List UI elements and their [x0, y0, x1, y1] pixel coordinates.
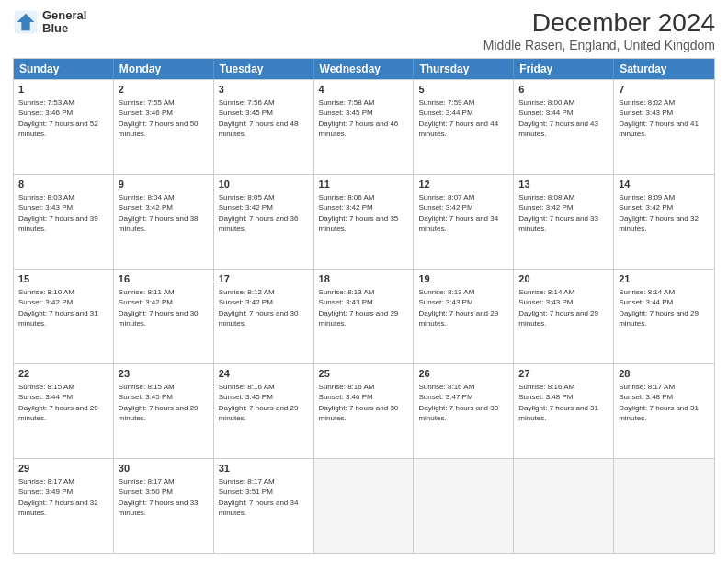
- calendar-header-cell: Tuesday: [214, 59, 314, 79]
- calendar-cell: 11Sunrise: 8:06 AM Sunset: 3:42 PM Dayli…: [314, 175, 415, 269]
- cell-info: Sunrise: 8:16 AM Sunset: 3:46 PM Dayligh…: [319, 383, 399, 422]
- calendar-header-cell: Thursday: [414, 59, 514, 79]
- calendar-cell: 23Sunrise: 8:15 AM Sunset: 3:45 PM Dayli…: [114, 364, 214, 458]
- calendar-cell: 1Sunrise: 7:53 AM Sunset: 3:46 PM Daylig…: [14, 80, 114, 174]
- calendar-cell: 27Sunrise: 8:16 AM Sunset: 3:48 PM Dayli…: [514, 364, 614, 458]
- calendar-cell: 17Sunrise: 8:12 AM Sunset: 3:42 PM Dayli…: [214, 270, 314, 363]
- calendar: SundayMondayTuesdayWednesdayThursdayFrid…: [13, 58, 715, 554]
- cell-info: Sunrise: 8:12 AM Sunset: 3:42 PM Dayligh…: [219, 288, 299, 327]
- calendar-row: 1Sunrise: 7:53 AM Sunset: 3:46 PM Daylig…: [14, 79, 714, 174]
- day-number: 12: [418, 178, 508, 191]
- day-number: 31: [219, 462, 309, 476]
- calendar-header-cell: Saturday: [614, 59, 714, 79]
- calendar-cell: 4Sunrise: 7:58 AM Sunset: 3:45 PM Daylig…: [314, 80, 415, 174]
- calendar-cell: 14Sunrise: 8:09 AM Sunset: 3:42 PM Dayli…: [614, 175, 714, 269]
- day-number: 27: [518, 367, 609, 381]
- day-number: 15: [18, 272, 108, 286]
- day-number: 18: [319, 272, 409, 286]
- logo-icon: [13, 9, 39, 35]
- calendar-cell: 3Sunrise: 7:56 AM Sunset: 3:45 PM Daylig…: [214, 80, 314, 174]
- calendar-cell: 21Sunrise: 8:14 AM Sunset: 3:44 PM Dayli…: [614, 270, 714, 363]
- calendar-cell: [314, 459, 415, 553]
- cell-info: Sunrise: 8:08 AM Sunset: 3:42 PM Dayligh…: [518, 193, 598, 233]
- calendar-cell: 9Sunrise: 8:04 AM Sunset: 3:42 PM Daylig…: [114, 175, 214, 269]
- calendar-cell: [514, 459, 614, 553]
- day-number: 16: [119, 272, 209, 286]
- day-number: 9: [119, 178, 209, 191]
- logo: General Blue: [13, 9, 86, 36]
- header: General Blue December 2024 Middle Rasen,…: [13, 9, 715, 52]
- calendar-cell: 24Sunrise: 8:16 AM Sunset: 3:45 PM Dayli…: [214, 364, 314, 458]
- cell-info: Sunrise: 8:06 AM Sunset: 3:42 PM Dayligh…: [319, 193, 399, 233]
- day-number: 7: [619, 83, 710, 97]
- day-number: 10: [219, 178, 309, 191]
- cell-info: Sunrise: 8:13 AM Sunset: 3:43 PM Dayligh…: [418, 288, 498, 327]
- day-number: 20: [518, 272, 609, 286]
- calendar-cell: 30Sunrise: 8:17 AM Sunset: 3:50 PM Dayli…: [114, 459, 214, 553]
- calendar-body: 1Sunrise: 7:53 AM Sunset: 3:46 PM Daylig…: [14, 79, 714, 553]
- calendar-cell: 13Sunrise: 8:08 AM Sunset: 3:42 PM Dayli…: [514, 175, 614, 269]
- calendar-cell: 2Sunrise: 7:55 AM Sunset: 3:46 PM Daylig…: [114, 80, 214, 174]
- cell-info: Sunrise: 8:16 AM Sunset: 3:47 PM Dayligh…: [418, 383, 498, 422]
- cell-info: Sunrise: 8:13 AM Sunset: 3:43 PM Dayligh…: [319, 288, 399, 327]
- main-title: December 2024: [483, 9, 715, 38]
- cell-info: Sunrise: 7:59 AM Sunset: 3:44 PM Dayligh…: [418, 98, 498, 138]
- cell-info: Sunrise: 7:53 AM Sunset: 3:46 PM Dayligh…: [18, 98, 98, 138]
- day-number: 2: [119, 83, 209, 97]
- cell-info: Sunrise: 8:15 AM Sunset: 3:45 PM Dayligh…: [119, 383, 199, 422]
- calendar-cell: 20Sunrise: 8:14 AM Sunset: 3:43 PM Dayli…: [514, 270, 614, 363]
- calendar-row: 8Sunrise: 8:03 AM Sunset: 3:43 PM Daylig…: [14, 174, 714, 269]
- day-number: 4: [319, 83, 409, 97]
- calendar-cell: 26Sunrise: 8:16 AM Sunset: 3:47 PM Dayli…: [414, 364, 514, 458]
- title-block: December 2024 Middle Rasen, England, Uni…: [483, 9, 715, 52]
- cell-info: Sunrise: 8:17 AM Sunset: 3:50 PM Dayligh…: [119, 477, 199, 517]
- calendar-row: 15Sunrise: 8:10 AM Sunset: 3:42 PM Dayli…: [14, 269, 714, 363]
- subtitle: Middle Rasen, England, United Kingdom: [483, 38, 715, 52]
- cell-info: Sunrise: 8:05 AM Sunset: 3:42 PM Dayligh…: [219, 193, 299, 233]
- day-number: 23: [119, 367, 209, 381]
- calendar-cell: 5Sunrise: 7:59 AM Sunset: 3:44 PM Daylig…: [414, 80, 514, 174]
- calendar-row: 22Sunrise: 8:15 AM Sunset: 3:44 PM Dayli…: [14, 363, 714, 458]
- calendar-row: 29Sunrise: 8:17 AM Sunset: 3:49 PM Dayli…: [14, 458, 714, 553]
- day-number: 30: [119, 462, 209, 476]
- calendar-cell: 18Sunrise: 8:13 AM Sunset: 3:43 PM Dayli…: [314, 270, 415, 363]
- calendar-cell: 10Sunrise: 8:05 AM Sunset: 3:42 PM Dayli…: [214, 175, 314, 269]
- calendar-cell: 8Sunrise: 8:03 AM Sunset: 3:43 PM Daylig…: [14, 175, 114, 269]
- cell-info: Sunrise: 7:55 AM Sunset: 3:46 PM Dayligh…: [119, 98, 199, 138]
- calendar-cell: 22Sunrise: 8:15 AM Sunset: 3:44 PM Dayli…: [14, 364, 114, 458]
- cell-info: Sunrise: 8:11 AM Sunset: 3:42 PM Dayligh…: [119, 288, 199, 327]
- day-number: 8: [18, 178, 108, 191]
- day-number: 21: [619, 272, 710, 286]
- calendar-cell: 16Sunrise: 8:11 AM Sunset: 3:42 PM Dayli…: [114, 270, 214, 363]
- cell-info: Sunrise: 8:02 AM Sunset: 3:43 PM Dayligh…: [619, 98, 699, 138]
- day-number: 13: [518, 178, 609, 191]
- day-number: 3: [219, 83, 309, 97]
- day-number: 28: [619, 367, 710, 381]
- day-number: 24: [219, 367, 309, 381]
- day-number: 25: [319, 367, 409, 381]
- cell-info: Sunrise: 8:17 AM Sunset: 3:51 PM Dayligh…: [219, 477, 299, 517]
- cell-info: Sunrise: 8:14 AM Sunset: 3:44 PM Dayligh…: [619, 288, 699, 327]
- calendar-cell: [414, 459, 514, 553]
- cell-info: Sunrise: 8:03 AM Sunset: 3:43 PM Dayligh…: [18, 193, 98, 233]
- day-number: 29: [18, 462, 108, 476]
- day-number: 22: [18, 367, 108, 381]
- calendar-cell: 15Sunrise: 8:10 AM Sunset: 3:42 PM Dayli…: [14, 270, 114, 363]
- calendar-header: SundayMondayTuesdayWednesdayThursdayFrid…: [14, 59, 714, 79]
- day-number: 17: [219, 272, 309, 286]
- cell-info: Sunrise: 7:56 AM Sunset: 3:45 PM Dayligh…: [219, 98, 299, 138]
- day-number: 5: [418, 83, 508, 97]
- cell-info: Sunrise: 8:17 AM Sunset: 3:49 PM Dayligh…: [18, 477, 98, 517]
- cell-info: Sunrise: 7:58 AM Sunset: 3:45 PM Dayligh…: [319, 98, 399, 138]
- calendar-header-cell: Wednesday: [314, 59, 415, 79]
- page: General Blue December 2024 Middle Rasen,…: [0, 0, 728, 563]
- day-number: 19: [418, 272, 508, 286]
- cell-info: Sunrise: 8:07 AM Sunset: 3:42 PM Dayligh…: [418, 193, 498, 233]
- cell-info: Sunrise: 8:14 AM Sunset: 3:43 PM Dayligh…: [518, 288, 598, 327]
- cell-info: Sunrise: 8:04 AM Sunset: 3:42 PM Dayligh…: [119, 193, 199, 233]
- day-number: 1: [18, 83, 108, 97]
- day-number: 11: [319, 178, 409, 191]
- cell-info: Sunrise: 8:17 AM Sunset: 3:48 PM Dayligh…: [619, 383, 699, 422]
- cell-info: Sunrise: 8:15 AM Sunset: 3:44 PM Dayligh…: [18, 383, 98, 422]
- cell-info: Sunrise: 8:16 AM Sunset: 3:48 PM Dayligh…: [518, 383, 598, 422]
